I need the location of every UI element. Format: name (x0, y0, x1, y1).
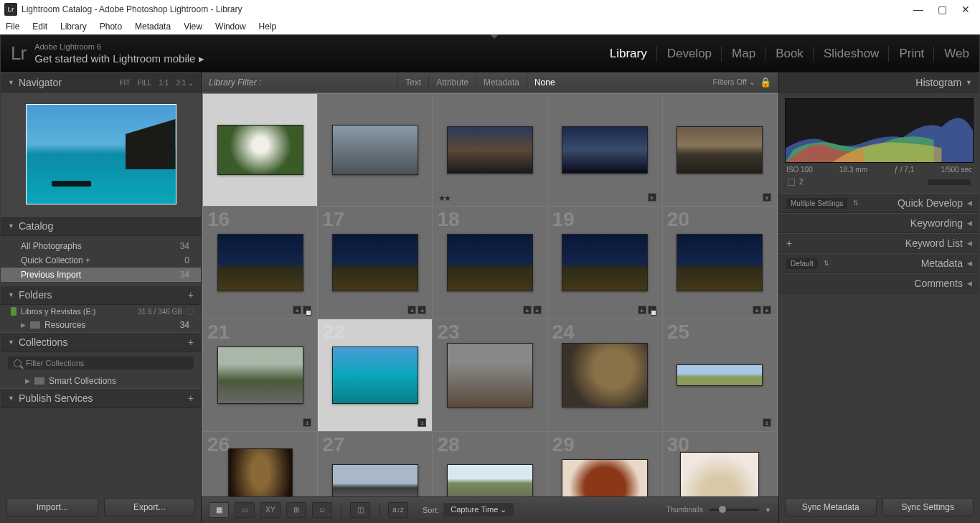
thumbnail-image (447, 464, 533, 496)
nav-zoom-option[interactable]: FIT (119, 79, 130, 87)
grid-cell[interactable]: 16±± (203, 207, 317, 319)
grid-cell[interactable]: ★★ (433, 94, 547, 206)
mobile-link[interactable]: Get started with Lightroom mobile ▸ (34, 52, 204, 66)
filter-tab-attribute[interactable]: Attribute (428, 75, 476, 90)
grid-cell[interactable] (318, 94, 432, 206)
quick-develop-header[interactable]: Multiple Settings ⇅ Quick Develop ◀ (779, 193, 979, 213)
grid-view-button[interactable]: ▦ (209, 502, 229, 518)
grid-cell[interactable]: 30 (663, 432, 777, 496)
add-keyword-icon[interactable]: + (786, 237, 792, 249)
grid-cell[interactable]: 25± (663, 319, 777, 431)
grid-cell[interactable]: 22± (318, 319, 432, 431)
menu-window[interactable]: Window (215, 22, 246, 32)
catalog-item[interactable]: Previous Import34 (1, 268, 201, 282)
folder-item[interactable]: ▶Resources34 (1, 318, 201, 332)
grid-cell[interactable]: ± (663, 94, 777, 206)
grid-cell[interactable]: 27 (318, 432, 432, 496)
panel-collapse-indicator-icon[interactable] (490, 34, 499, 39)
grid-cell[interactable]: 24 (548, 319, 662, 431)
add-collection-icon[interactable]: + (188, 336, 194, 348)
sync-settings-button[interactable]: Sync Settings (882, 498, 974, 517)
search-icon (14, 359, 22, 367)
add-folder-icon[interactable]: + (188, 289, 194, 301)
histogram-header[interactable]: Histogram ▼ (779, 72, 979, 93)
grid-cell[interactable]: ± (548, 94, 662, 206)
menu-edit[interactable]: Edit (32, 22, 47, 32)
import-button[interactable]: Import... (6, 498, 98, 517)
thumbnail-image (447, 234, 533, 291)
grid-cell[interactable]: 23 (433, 319, 547, 431)
sort-direction-button[interactable]: a↕z (388, 502, 408, 518)
window-close[interactable]: ✕ (961, 4, 970, 15)
menu-photo[interactable]: Photo (100, 22, 122, 32)
nav-zoom-option[interactable]: FILL (137, 79, 151, 87)
navigator-header[interactable]: ▼ Navigator FITFILL1:13:1 ⌄ (1, 72, 201, 93)
lock-icon[interactable]: 🔒 (760, 77, 771, 88)
window-maximize[interactable]: ▢ (938, 4, 947, 15)
add-publish-icon[interactable]: + (188, 392, 194, 404)
compare-view-button[interactable]: XY (260, 502, 281, 518)
module-slideshow[interactable]: Slideshow (824, 44, 880, 64)
folders-header[interactable]: ▼ Folders + (1, 285, 201, 305)
preset-stepper-icon[interactable]: ⇅ (824, 260, 829, 267)
toolbar-dropdown-icon[interactable]: ▼ (765, 506, 771, 514)
module-web[interactable]: Web (944, 44, 969, 64)
sort-dropdown[interactable]: Capture Time ⌄ (443, 503, 514, 517)
grid-cell[interactable]: 21± (203, 319, 317, 431)
filter-tab-none[interactable]: None (527, 75, 562, 90)
filter-collections-input[interactable]: Filter Collections (8, 357, 194, 369)
menu-library[interactable]: Library (60, 22, 87, 32)
smart-collections-item[interactable]: ▶ Smart Collections (1, 374, 201, 388)
thumbnail-image (447, 126, 533, 174)
keywording-header[interactable]: Keywording ◀ (779, 213, 979, 233)
filter-tab-text[interactable]: Text (397, 75, 428, 90)
sync-metadata-button[interactable]: Sync Metadata (785, 498, 877, 517)
loupe-view-button[interactable]: ▭ (235, 502, 255, 518)
grid-cell[interactable]: 17±± (318, 207, 432, 319)
publish-header[interactable]: ▼ Publish Services + (1, 388, 201, 408)
filter-tab-metadata[interactable]: Metadata (476, 75, 527, 90)
grid-cell[interactable] (203, 94, 317, 206)
navigator-preview[interactable] (1, 93, 201, 216)
menu-file[interactable]: File (6, 22, 19, 32)
module-book[interactable]: Book (776, 44, 804, 64)
nav-zoom-option[interactable]: 3:1 ⌄ (176, 79, 194, 87)
comments-header[interactable]: Comments ◀ (779, 273, 979, 293)
filters-off-dropdown[interactable]: Filters Off ⌄ (712, 77, 755, 87)
painter-tool-button[interactable]: ◫ (350, 502, 370, 518)
window-minimize[interactable]: — (913, 4, 923, 15)
menu-metadata[interactable]: Metadata (135, 22, 171, 32)
grid-cell[interactable]: 26 (203, 432, 317, 496)
quick-develop-preset[interactable]: Multiple Settings (786, 198, 847, 209)
metadata-preset[interactable]: Default (786, 258, 818, 269)
metadata-header[interactable]: Default ⇅ Metadata ◀ (779, 253, 979, 273)
survey-view-button[interactable]: ⊞ (286, 502, 306, 518)
keyword-list-header[interactable]: + Keyword List ◀ (779, 233, 979, 253)
thumbnail-size-slider[interactable] (709, 509, 759, 511)
grid-cell[interactable]: 28 (433, 432, 547, 496)
grid-cell[interactable]: 18±± (433, 207, 547, 319)
grid-cell[interactable]: 29 (548, 432, 662, 496)
module-library[interactable]: Library (610, 44, 647, 64)
collections-header[interactable]: ▼ Collections + (1, 332, 201, 352)
grid-cell[interactable]: 20±± (663, 207, 777, 319)
nav-zoom-option[interactable]: 1:1 (159, 79, 169, 87)
export-button[interactable]: Export... (104, 498, 196, 517)
rating-stars[interactable]: ★★ (438, 194, 450, 203)
sort-label: Sort: (423, 506, 439, 514)
volume-row[interactable]: Libros y Revistas (E:) 31.6 / 346 GB (1, 305, 201, 318)
preset-stepper-icon[interactable]: ⇅ (853, 199, 859, 207)
grid-cell[interactable]: 19±± (548, 207, 662, 319)
people-view-button[interactable]: ☺ (312, 502, 332, 518)
module-develop[interactable]: Develop (667, 44, 712, 64)
module-print[interactable]: Print (899, 44, 924, 64)
menu-help[interactable]: Help (259, 22, 277, 32)
menu-view[interactable]: View (184, 22, 202, 32)
thumbnail-grid[interactable]: ★★±±16±±17±±18±±19±±20±±21±22±232425±262… (202, 93, 778, 496)
catalog-title: Catalog (19, 220, 53, 232)
catalog-item[interactable]: Quick Collection +0 (1, 253, 201, 268)
module-map[interactable]: Map (732, 44, 755, 64)
catalog-header[interactable]: ▼ Catalog (1, 216, 201, 236)
catalog-item[interactable]: All Photographs34 (1, 239, 201, 253)
develop-badge-icon: ± (293, 306, 301, 314)
